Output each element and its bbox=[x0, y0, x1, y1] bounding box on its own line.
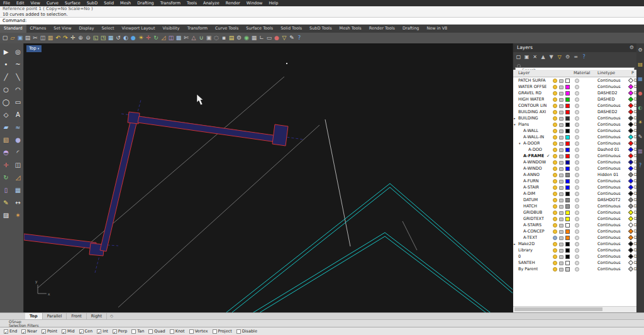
layer-row[interactable]: A-DOODashed 01D bbox=[513, 146, 636, 153]
sphere-icon[interactable]: ● bbox=[12, 134, 24, 146]
layer-lock-icon[interactable] bbox=[559, 167, 564, 171]
toolbar-tab-display[interactable]: Display bbox=[75, 25, 98, 33]
render-icon[interactable]: ● bbox=[130, 34, 137, 42]
layer-lock-icon[interactable] bbox=[559, 136, 564, 140]
checkbox-icon[interactable] bbox=[131, 329, 136, 334]
layer-color-swatch[interactable] bbox=[565, 192, 570, 196]
layer-visibility-bulb-icon[interactable] bbox=[553, 236, 557, 240]
layer-lock-icon[interactable] bbox=[559, 173, 564, 177]
layer-visibility-bulb-icon[interactable] bbox=[553, 261, 557, 265]
layer-material-swatch[interactable] bbox=[575, 129, 579, 133]
layer-name[interactable]: A-TEXT bbox=[523, 234, 537, 241]
print-color-diamond[interactable] bbox=[628, 235, 633, 240]
layer-linetype[interactable]: DASHED bbox=[597, 96, 614, 102]
materials-panel-icon[interactable]: ● bbox=[637, 91, 643, 97]
toolbar-tab-set-view[interactable]: Set View bbox=[50, 25, 75, 33]
layer-row[interactable]: A-CONCEPContinuousD bbox=[513, 228, 636, 234]
print-color-diamond[interactable] bbox=[628, 141, 633, 146]
layer-lock-icon[interactable] bbox=[559, 236, 564, 240]
layer-name[interactable]: A-ANNO bbox=[523, 172, 540, 178]
viewport-canvas[interactable]: x y bbox=[24, 43, 513, 312]
copy-icon[interactable]: ◫ bbox=[12, 159, 24, 172]
layer-visibility-bulb-icon[interactable] bbox=[553, 141, 557, 146]
lock-icon[interactable]: ▪ bbox=[220, 34, 228, 42]
osnap-toggle-quad[interactable]: Quad bbox=[148, 329, 165, 334]
layer-color-swatch[interactable] bbox=[565, 248, 570, 253]
print-color-diamond[interactable] bbox=[628, 122, 633, 127]
array-icon[interactable]: ▦ bbox=[12, 184, 24, 197]
print-color-diamond[interactable] bbox=[628, 222, 633, 228]
add-viewport-icon[interactable]: ◇ bbox=[107, 313, 116, 319]
layer-name[interactable]: HATCH bbox=[523, 203, 537, 209]
viewport-tab-parallel[interactable]: Parallel bbox=[43, 313, 67, 319]
layer-linetype[interactable]: Continuous bbox=[597, 84, 621, 90]
menu-view[interactable]: View bbox=[27, 0, 43, 6]
menu-file[interactable]: File bbox=[0, 0, 13, 6]
ellipse-icon[interactable]: ◯ bbox=[0, 96, 12, 109]
layer-name[interactable]: A-DIM bbox=[523, 190, 535, 197]
move-icon[interactable]: ✛ bbox=[0, 159, 12, 172]
layer-color-swatch[interactable] bbox=[565, 148, 570, 152]
layer-material-swatch[interactable] bbox=[575, 110, 579, 114]
layer-linetype[interactable]: DASHED2 bbox=[597, 109, 618, 115]
layer-linetype[interactable]: Continuous bbox=[597, 184, 621, 190]
layer-lock-icon[interactable] bbox=[559, 148, 564, 152]
layers-panel-icon[interactable]: ▤ bbox=[637, 62, 643, 68]
layer-visibility-bulb-icon[interactable] bbox=[553, 179, 557, 184]
print-color-diamond[interactable] bbox=[628, 116, 633, 121]
toolbar-tab-curve-tools[interactable]: Curve Tools bbox=[211, 25, 242, 33]
layer-row[interactable]: A-FURNContinuousD bbox=[513, 178, 636, 184]
print-color-diamond[interactable] bbox=[628, 254, 633, 259]
layer-material-swatch[interactable] bbox=[575, 229, 579, 234]
new-file-icon[interactable]: ▢ bbox=[1, 34, 9, 42]
column-print[interactable]: P bbox=[631, 70, 634, 77]
layer-visibility-bulb-icon[interactable] bbox=[553, 135, 557, 140]
menu-mesh[interactable]: Mesh bbox=[117, 0, 134, 6]
layer-name[interactable]: Library bbox=[518, 247, 533, 253]
frame-corner[interactable] bbox=[272, 124, 288, 146]
list-view-icon[interactable]: ≡ bbox=[572, 53, 579, 60]
print-color-diamond[interactable] bbox=[628, 160, 633, 165]
box-icon[interactable]: ▧ bbox=[0, 134, 12, 146]
layer-name[interactable]: PATCH SURFA bbox=[518, 77, 546, 84]
layer-name[interactable]: BUILDING bbox=[518, 115, 538, 121]
layer-lock-icon[interactable] bbox=[559, 211, 564, 215]
osnap-toggle-mid[interactable]: ✓Mid bbox=[62, 329, 75, 334]
layer-row[interactable]: SANTEHContinuousD bbox=[513, 260, 636, 266]
layer-row[interactable]: WATER OFFSEContinuousD bbox=[513, 84, 636, 90]
layer-row[interactable]: GRIDBUBContinuousD bbox=[513, 209, 636, 216]
checkbox-icon[interactable]: ✓ bbox=[62, 329, 66, 334]
layer-linetype[interactable]: Continuous bbox=[597, 234, 621, 241]
toolbar-tab-render-tools[interactable]: Render Tools bbox=[365, 25, 399, 33]
layer-name[interactable]: Make2D bbox=[518, 241, 535, 247]
surface-icon[interactable]: ▰ bbox=[0, 121, 12, 134]
toolbar-tab-select[interactable]: Select bbox=[97, 25, 118, 33]
layer-color-swatch[interactable] bbox=[565, 141, 570, 146]
layer-color-swatch[interactable] bbox=[565, 129, 570, 133]
checkbox-icon[interactable] bbox=[236, 329, 241, 334]
layer-material-swatch[interactable] bbox=[575, 179, 579, 184]
layer-linetype[interactable]: Continuous bbox=[597, 266, 621, 272]
layer-material-swatch[interactable] bbox=[575, 192, 579, 196]
layer-name[interactable]: SANTEH bbox=[518, 260, 535, 266]
layer-name[interactable]: A-STAIRS bbox=[523, 222, 541, 228]
layer-color-swatch[interactable] bbox=[565, 236, 570, 240]
layer-material-swatch[interactable] bbox=[575, 123, 579, 127]
layer-material-swatch[interactable] bbox=[575, 79, 579, 83]
layer-visibility-bulb-icon[interactable] bbox=[553, 97, 557, 102]
layer-lock-icon[interactable] bbox=[559, 255, 564, 259]
layer-row[interactable]: ▾A-DOORContinuousD bbox=[513, 140, 636, 146]
layer-material-swatch[interactable] bbox=[575, 116, 579, 121]
layer-lock-icon[interactable] bbox=[559, 92, 564, 96]
layer-material-swatch[interactable] bbox=[575, 160, 579, 165]
checkbox-icon[interactable]: ✓ bbox=[97, 329, 101, 334]
checkbox-icon[interactable] bbox=[213, 329, 217, 334]
layer-color-swatch[interactable] bbox=[565, 204, 570, 209]
layer-linetype[interactable]: Continuous bbox=[597, 153, 621, 159]
layer-row[interactable]: BUILDING AXIDASHED2D bbox=[513, 109, 636, 115]
menu-tools[interactable]: Tools bbox=[184, 0, 200, 6]
osnap-toggle-disable[interactable]: Disable bbox=[236, 329, 257, 334]
print-color-diamond[interactable] bbox=[628, 109, 633, 114]
cut-icon[interactable]: ✂ bbox=[31, 34, 39, 42]
layers-hscrollbar[interactable] bbox=[513, 306, 636, 312]
